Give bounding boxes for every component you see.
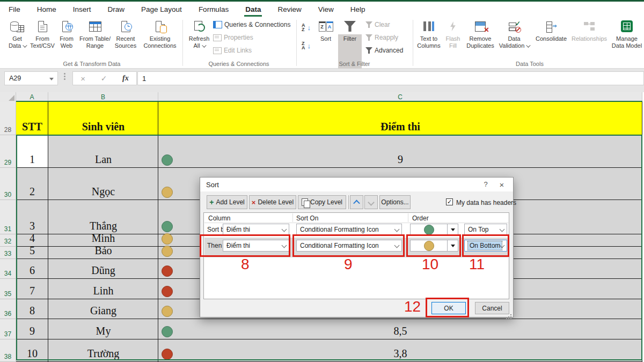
move-down-button[interactable] [364, 195, 378, 209]
existing-connections-button[interactable]: Existing Connections [141, 18, 179, 59]
ribbon-tab-file[interactable]: File [8, 3, 21, 16]
cell-score[interactable]: 3,8 [158, 339, 642, 362]
cell-score[interactable]: 9 [158, 135, 642, 168]
cell-stt[interactable]: 8 [16, 299, 48, 319]
then-by-column-dropdown[interactable]: Điểm thi [223, 240, 289, 252]
data-validation-button[interactable]: ✓ Data Validation [497, 18, 531, 59]
sort-button[interactable]: ZA Sort [316, 18, 336, 59]
flash-fill-button[interactable]: Flash Fill [442, 18, 464, 59]
sort-za-button[interactable]: ZA↓ [302, 41, 311, 50]
cell-name[interactable]: Ngọc [48, 168, 158, 200]
then-by-order-icon-dropdown[interactable] [410, 240, 458, 252]
cell-stt[interactable]: 1 [16, 135, 48, 168]
cell-name[interactable]: Bảo [48, 247, 158, 259]
name-box[interactable]: A29 [4, 71, 58, 85]
cell-name[interactable]: Giang [48, 299, 158, 319]
row-header[interactable]: 32 [0, 234, 16, 247]
cell-header-sinh-vien[interactable]: Sinh viên [48, 102, 158, 135]
then-by-order-dropdown[interactable]: On Bottom [464, 240, 507, 252]
relationships-button[interactable]: Relationships [570, 18, 609, 59]
cell-stt[interactable]: 10 [16, 339, 48, 362]
recent-sources-button[interactable]: Recent Sources [112, 18, 139, 59]
refresh-all-button[interactable]: Refresh All [187, 18, 211, 59]
sort-by-column-dropdown[interactable]: Điểm thi [223, 224, 289, 235]
ribbon-tab-insert[interactable]: Insert [72, 3, 92, 16]
cell-stt[interactable]: 6 [16, 259, 48, 279]
filter-button[interactable]: Filter [338, 18, 362, 59]
ribbon-tab-help[interactable]: Help [349, 3, 367, 16]
order-dropdown[interactable]: On Top [464, 224, 507, 235]
cell-stt[interactable]: 9 [16, 319, 48, 339]
ribbon-tab-review[interactable]: Review [276, 3, 302, 16]
cell-header-diem-thi[interactable]: Điểm thi [158, 102, 642, 135]
row-header[interactable]: 28 [0, 102, 16, 135]
cancel-entry-icon[interactable]: × [80, 74, 85, 83]
row-header[interactable]: 31 [0, 200, 16, 234]
ribbon-tab-view[interactable]: View [317, 3, 335, 16]
manage-data-model-button[interactable]: Manage Data Model [611, 18, 643, 59]
consolidate-button[interactable]: Consolidate [533, 18, 569, 59]
ribbon-tab-home[interactable]: Home [36, 3, 57, 16]
cell-name[interactable]: Thắng [48, 200, 158, 234]
add-level-button[interactable]: +Add Level [207, 195, 247, 209]
insert-function-icon[interactable]: fx [122, 74, 129, 83]
chevron-down-icon [368, 199, 375, 206]
row-header[interactable]: 37 [0, 319, 16, 339]
edit-links-button[interactable]: Edit Links [213, 47, 252, 54]
cell-name[interactable]: Linh [48, 279, 158, 299]
row-header[interactable]: 36 [0, 299, 16, 319]
dropdown-arrow-icon[interactable] [447, 224, 458, 235]
resize-grip[interactable] [510, 314, 511, 315]
cell-stt[interactable]: 7 [16, 279, 48, 299]
row-header[interactable]: 33 [0, 247, 16, 259]
delete-level-button[interactable]: ×Delete Level [249, 195, 296, 209]
queries-connections-button[interactable]: Queries & Connections [213, 21, 290, 28]
from-text-csv-button[interactable]: From Text/CSV [30, 18, 55, 59]
cell-score[interactable]: 8,5 [158, 319, 642, 339]
cell-name[interactable]: Trường [48, 339, 158, 362]
move-up-button[interactable] [350, 195, 363, 209]
from-table-range-button[interactable]: From Table/ Range [78, 18, 112, 59]
row-header[interactable]: 38 [0, 339, 16, 362]
ribbon-tab-page-layout[interactable]: Page Layout [140, 3, 183, 16]
ribbon-tab-formulas[interactable]: Formulas [197, 3, 230, 16]
cell-name[interactable]: Lan [48, 135, 158, 168]
my-data-has-headers-checkbox[interactable]: ✓ [446, 198, 453, 205]
row-header[interactable]: 35 [0, 279, 16, 299]
ok-button[interactable]: OK [431, 302, 466, 314]
cell-header-stt[interactable]: STT [16, 102, 48, 135]
cell-stt[interactable]: 3 [16, 200, 48, 234]
confirm-entry-icon[interactable]: ✓ [101, 74, 107, 83]
text-to-columns-button[interactable]: Text to Columns [416, 18, 441, 59]
row-header[interactable]: 34 [0, 259, 16, 279]
formula-bar-handle[interactable] [64, 76, 65, 77]
from-web-button[interactable]: From Web [55, 18, 78, 59]
cell-name[interactable]: My [48, 319, 158, 339]
options-button[interactable]: Options... [379, 195, 411, 209]
reapply-button[interactable]: Reapply [365, 34, 398, 41]
sort-az-button[interactable]: AZ↓ [302, 23, 311, 32]
cell-stt[interactable]: 5 [16, 247, 48, 259]
cancel-button[interactable]: Cancel [475, 302, 509, 314]
dialog-help-icon[interactable]: ? [480, 180, 492, 190]
dropdown-arrow-icon[interactable] [447, 240, 458, 251]
dialog-close-icon[interactable]: × [496, 180, 508, 190]
then-by-sort-on-dropdown[interactable]: Conditional Formatting Icon [296, 240, 402, 252]
remove-duplicates-button[interactable]: Remove Duplicates [465, 18, 496, 59]
select-all-corner[interactable] [0, 92, 16, 102]
get-data-button[interactable]: Get Data [5, 18, 29, 59]
advanced-filter-button[interactable]: Advanced [365, 47, 403, 54]
cell-name[interactable]: Dũng [48, 259, 158, 279]
order-icon-dropdown[interactable] [410, 224, 458, 235]
cell-stt[interactable]: 2 [16, 168, 48, 200]
clear-filter-button[interactable]: Clear [365, 21, 390, 28]
copy-level-button[interactable]: Copy Level [298, 195, 346, 209]
row-header[interactable]: 29 [0, 135, 16, 168]
properties-button[interactable]: Properties [213, 34, 253, 41]
ribbon-tab-data[interactable]: Data [244, 3, 262, 16]
formula-input[interactable]: 1 [137, 71, 644, 85]
row-header[interactable]: 30 [0, 168, 16, 200]
sort-on-dropdown[interactable]: Conditional Formatting Icon [296, 224, 402, 235]
ribbon-tab-draw[interactable]: Draw [107, 3, 126, 16]
name-box-dropdown-icon[interactable] [49, 78, 54, 80]
